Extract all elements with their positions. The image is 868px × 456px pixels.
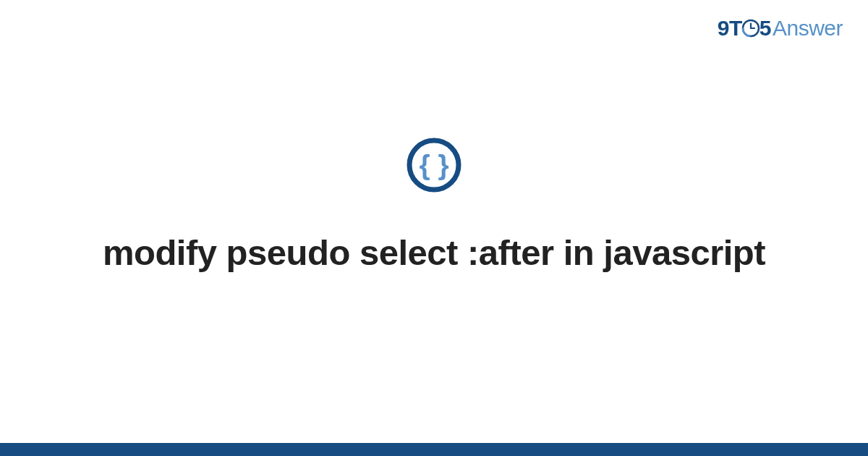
footer-accent-bar (0, 443, 868, 456)
page-title: modify pseudo select :after in javascrip… (103, 231, 765, 275)
code-braces-icon: { } (406, 137, 462, 196)
svg-text:{ }: { } (419, 149, 448, 180)
main-content: { } modify pseudo select :after in javas… (0, 0, 868, 434)
